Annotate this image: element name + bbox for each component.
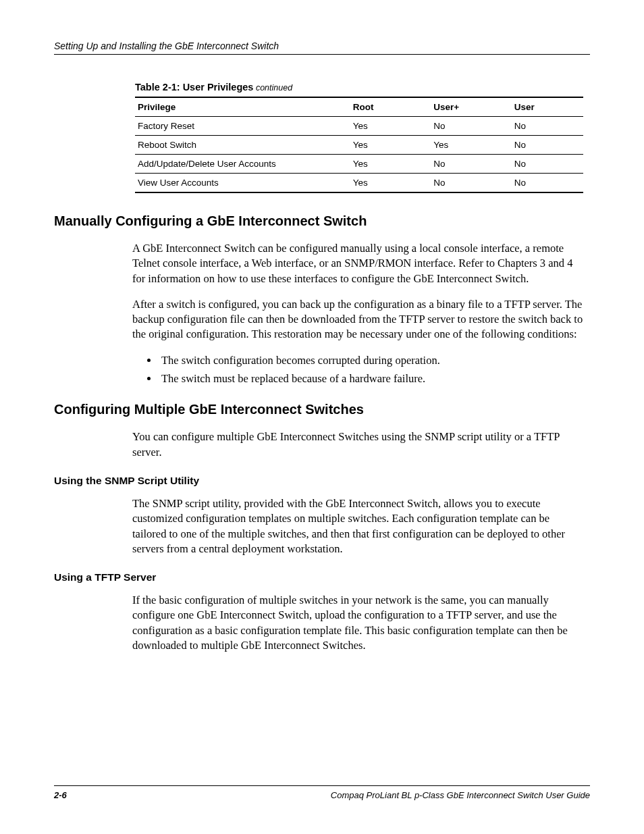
- paragraph: If the basic configuration of multiple s…: [132, 593, 583, 653]
- cell-root: Yes: [350, 174, 431, 193]
- cell-root: Yes: [350, 136, 431, 155]
- table-header-row: Privilege Root User+ User: [135, 97, 583, 117]
- table-caption: Table 2-1: User Privileges continued: [135, 82, 583, 93]
- page-header: Setting Up and Installing the GbE Interc…: [54, 41, 590, 55]
- subsection-heading-tftp: Using a TFTP Server: [54, 571, 590, 583]
- list-item: The switch must be replaced because of a…: [159, 371, 583, 386]
- cell-root: Yes: [350, 155, 431, 174]
- cell-privilege: View User Accounts: [135, 174, 350, 193]
- paragraph: You can configure multiple GbE Interconn…: [132, 429, 583, 460]
- table-caption-label: Table 2-1: User Privileges: [135, 82, 253, 93]
- col-header-root: Root: [350, 97, 431, 117]
- section-heading-multiple-config: Configuring Multiple GbE Interconnect Sw…: [54, 402, 590, 417]
- cell-root: Yes: [350, 117, 431, 136]
- list-item: The switch configuration becomes corrupt…: [159, 353, 583, 367]
- paragraph: After a switch is configured, you can ba…: [132, 297, 583, 342]
- page-footer: 2-6 Compaq ProLiant BL p-Class GbE Inter…: [54, 785, 590, 800]
- cell-user: No: [512, 136, 583, 155]
- table-row: Reboot Switch Yes Yes No: [135, 136, 583, 155]
- paragraph: The SNMP script utility, provided with t…: [132, 496, 583, 556]
- bullet-list: The switch configuration becomes corrupt…: [159, 353, 583, 386]
- cell-privilege: Add/Update/Delete User Accounts: [135, 155, 350, 174]
- table-caption-continued: continued: [253, 83, 292, 93]
- cell-userplus: No: [431, 155, 512, 174]
- table-row: View User Accounts Yes No No: [135, 174, 583, 193]
- user-privileges-table: Privilege Root User+ User Factory Reset …: [135, 97, 583, 193]
- footer-doc-title: Compaq ProLiant BL p-Class GbE Interconn…: [331, 790, 590, 800]
- cell-user: No: [512, 117, 583, 136]
- cell-userplus: No: [431, 174, 512, 193]
- table-row: Add/Update/Delete User Accounts Yes No N…: [135, 155, 583, 174]
- cell-privilege: Factory Reset: [135, 117, 350, 136]
- col-header-user: User: [512, 97, 583, 117]
- paragraph: A GbE Interconnect Switch can be configu…: [132, 241, 583, 286]
- table-row: Factory Reset Yes No No: [135, 117, 583, 136]
- col-header-privilege: Privilege: [135, 97, 350, 117]
- cell-privilege: Reboot Switch: [135, 136, 350, 155]
- col-header-userplus: User+: [431, 97, 512, 117]
- subsection-heading-snmp: Using the SNMP Script Utility: [54, 475, 590, 487]
- cell-userplus: No: [431, 117, 512, 136]
- cell-user: No: [512, 174, 583, 193]
- user-privileges-table-container: Table 2-1: User Privileges continued Pri…: [135, 82, 583, 193]
- section-heading-manual-config: Manually Configuring a GbE Interconnect …: [54, 213, 590, 229]
- chapter-title: Setting Up and Installing the GbE Interc…: [54, 41, 279, 51]
- cell-userplus: Yes: [431, 136, 512, 155]
- cell-user: No: [512, 155, 583, 174]
- page-number: 2-6: [54, 790, 67, 800]
